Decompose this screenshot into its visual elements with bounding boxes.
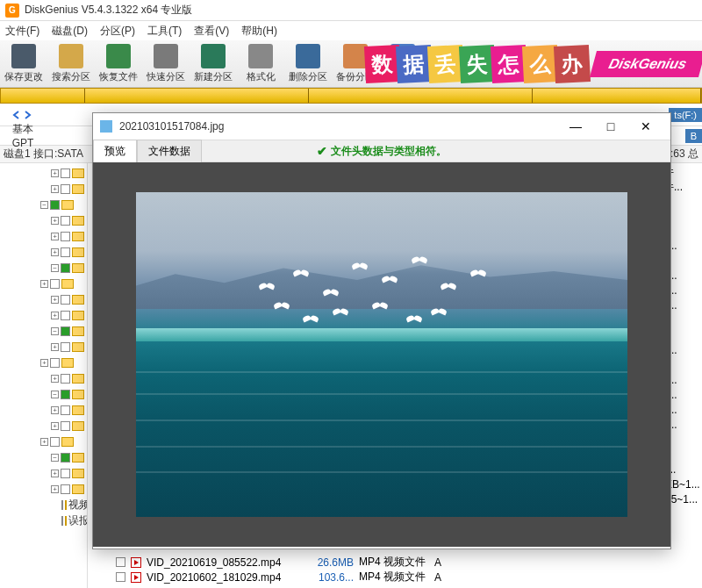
tree-node[interactable]: + (2, 402, 85, 418)
expand-icon[interactable]: − (51, 454, 59, 462)
expand-icon[interactable]: + (51, 312, 59, 319)
checkbox[interactable] (61, 295, 70, 305)
menu-help[interactable]: 帮助(H) (241, 24, 277, 39)
expand-icon[interactable]: + (51, 343, 59, 351)
nav-arrows[interactable] (0, 111, 44, 119)
expand-icon[interactable]: + (40, 280, 48, 288)
menu-view[interactable]: 查看(V) (194, 24, 229, 39)
folder-icon (72, 247, 84, 257)
tree-node[interactable]: − (2, 197, 85, 212)
tree-node[interactable]: − (2, 386, 85, 402)
menu-disk[interactable]: 磁盘(D) (52, 24, 88, 39)
checkbox[interactable] (61, 469, 70, 478)
tree-node[interactable]: + (2, 228, 85, 244)
tree-node[interactable]: + (2, 212, 85, 228)
tree-node[interactable]: + (2, 339, 85, 355)
expand-icon[interactable]: − (51, 327, 59, 335)
tree-node[interactable]: + (2, 465, 85, 481)
maximize-button[interactable]: □ (593, 114, 628, 139)
toolbar-label: 搜索分区 (52, 70, 90, 83)
checkbox[interactable] (61, 184, 70, 194)
expand-icon[interactable]: + (40, 359, 48, 367)
tree-panel[interactable]: ++−+++−+++−+++−+++−++视频误报 (0, 163, 88, 588)
checkbox[interactable] (61, 374, 70, 384)
toolbar-button-5[interactable]: 格式化 (237, 41, 284, 87)
tree-node[interactable]: − (2, 449, 85, 465)
expand-icon[interactable]: + (51, 406, 59, 414)
toolbar-button-2[interactable]: 恢复文件 (95, 41, 142, 87)
tree-node[interactable]: 误报 (2, 513, 85, 528)
checkbox[interactable] (50, 358, 60, 368)
menu-partition[interactable]: 分区(P) (100, 24, 135, 39)
checkbox[interactable] (61, 484, 70, 494)
checkbox[interactable] (61, 311, 70, 320)
tree-node[interactable]: + (2, 307, 85, 323)
toolbar-button-4[interactable]: 新建分区 (190, 41, 237, 87)
menu-file[interactable]: 文件(F) (5, 24, 39, 39)
checkbox[interactable] (61, 247, 70, 257)
tree-node[interactable]: − (2, 260, 85, 276)
toolbar-button-3[interactable]: 快速分区 (142, 41, 190, 87)
tree-node[interactable]: + (2, 355, 85, 370)
expand-icon[interactable]: + (51, 185, 59, 193)
tree-node[interactable]: + (2, 418, 85, 434)
expand-icon[interactable]: + (51, 470, 59, 477)
checkbox[interactable] (116, 557, 125, 567)
disk-map[interactable] (0, 88, 702, 104)
checkbox[interactable] (61, 405, 70, 415)
folder-icon (72, 342, 84, 352)
close-button[interactable]: ✕ (628, 114, 663, 139)
checkbox[interactable] (116, 572, 125, 582)
checkbox[interactable] (61, 169, 70, 178)
checkbox[interactable] (61, 342, 70, 352)
expand-icon[interactable]: + (51, 375, 59, 383)
tab-preview[interactable]: 预览 (93, 140, 137, 162)
table-row[interactable]: VID_20210619_085522.mp426.6MBMP4 视频文件A (116, 555, 452, 570)
bird-decoration (293, 270, 309, 279)
checkbox[interactable] (61, 390, 70, 399)
tree-node[interactable]: + (2, 481, 85, 497)
checkbox[interactable] (50, 437, 60, 447)
tree-node[interactable]: + (2, 181, 85, 197)
banner-char: 办 (554, 45, 591, 83)
expand-icon[interactable]: + (51, 248, 59, 256)
tree-node[interactable]: − (2, 323, 85, 339)
checkbox[interactable] (50, 279, 60, 289)
table-row[interactable]: VID_20210602_181029.mp4103.6...MP4 视频文件A (116, 570, 452, 584)
checkbox[interactable] (61, 516, 63, 526)
checkbox[interactable] (61, 421, 70, 431)
checkbox[interactable] (61, 500, 63, 510)
tree-node[interactable]: + (2, 434, 85, 449)
dialog-titlebar[interactable]: 20210310151708­4.jpg — □ ✕ (93, 113, 670, 140)
expand-icon[interactable]: + (51, 217, 59, 225)
tree-node[interactable]: + (2, 370, 85, 386)
toolbar-button-1[interactable]: 搜索分区 (47, 41, 95, 87)
expand-icon[interactable]: + (51, 296, 59, 304)
tree-node[interactable]: + (2, 244, 85, 260)
expand-icon[interactable]: − (40, 201, 48, 209)
checkbox[interactable] (50, 200, 60, 210)
expand-icon[interactable]: + (51, 422, 59, 430)
checkbox[interactable] (61, 453, 70, 463)
minimize-button[interactable]: — (558, 114, 593, 139)
expand-icon[interactable]: + (40, 438, 48, 446)
toolbar-button-0[interactable]: 保存更改 (0, 41, 47, 87)
toolbar-button-6[interactable]: 删除分区 (284, 41, 332, 87)
tree-node[interactable]: 视频 (2, 497, 85, 513)
expand-icon[interactable]: + (51, 485, 59, 493)
file-type: MP4 视频文件 (359, 570, 429, 584)
checkbox[interactable] (61, 326, 70, 336)
expand-icon[interactable]: − (51, 391, 59, 398)
bird-decoration (412, 257, 427, 266)
tree-node[interactable]: + (2, 276, 85, 291)
tree-node[interactable]: + (2, 291, 85, 307)
expand-icon[interactable]: − (51, 264, 59, 272)
menu-tools[interactable]: 工具(T) (147, 24, 182, 39)
checkbox[interactable] (61, 216, 70, 226)
checkbox[interactable] (61, 263, 70, 273)
tree-node[interactable]: + (2, 165, 85, 181)
expand-icon[interactable]: + (51, 233, 59, 240)
tab-filedata[interactable]: 文件数据 (137, 140, 202, 162)
checkbox[interactable] (61, 232, 70, 241)
expand-icon[interactable]: + (51, 169, 59, 177)
